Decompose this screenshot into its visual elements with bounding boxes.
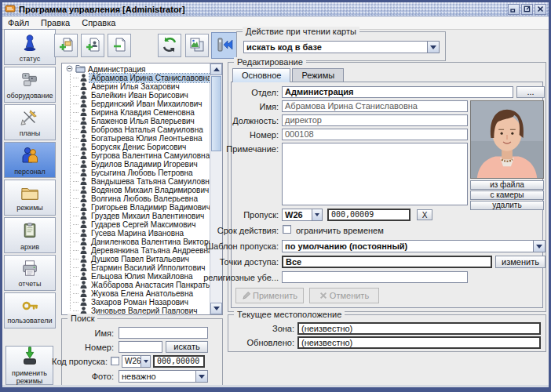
tree-person[interactable]: Ельцова Юлия Михайловна	[64, 272, 210, 281]
tree-person[interactable]: Бирина Клавдия Семеновна	[64, 108, 210, 117]
chevron-down-icon[interactable]	[312, 209, 322, 220]
chevron-down-icon[interactable]	[195, 371, 207, 382]
tree-person-label: Даниленкова Валентина Викторовна	[89, 238, 210, 246]
tab-0[interactable]: Основное	[232, 68, 290, 82]
sidebar-item-label: режимы	[16, 204, 43, 212]
scroll-down-icon[interactable]	[210, 303, 222, 314]
app-icon	[5, 4, 16, 15]
search-passtype-select[interactable]: W26	[122, 355, 151, 368]
tree-person-label: Егармин Василий Ипполитович	[89, 263, 207, 272]
search-button[interactable]: искать	[166, 341, 208, 353]
search-passcode-value[interactable]: 000,00000	[153, 355, 205, 368]
card-action-select[interactable]: искать код в базе	[243, 41, 440, 53]
sidebar-item-персонал[interactable]: персонал	[4, 142, 56, 178]
access-change-button[interactable]: изменить	[495, 256, 546, 268]
tree-root[interactable]: Администрация	[64, 65, 210, 74]
sidebar-item-архив[interactable]: архив	[4, 217, 56, 253]
position-field[interactable]: директор	[282, 114, 468, 126]
search-photo-select[interactable]: неважно	[119, 370, 208, 383]
tree-person[interactable]: Борусяк Денис Борисович	[64, 143, 210, 151]
sidebar-item-оборудование[interactable]: оборудование	[4, 67, 56, 103]
close-icon[interactable]	[535, 4, 546, 15]
search-name-input[interactable]	[119, 327, 208, 339]
dept-field[interactable]: Администрация	[282, 86, 513, 98]
tree-person[interactable]: Бугрова Валентина Самуиловна	[64, 151, 210, 160]
tree-person[interactable]: Душков Павел Витальевич	[64, 255, 210, 263]
export-button[interactable]	[185, 34, 209, 57]
tab-1[interactable]: Режимы	[292, 68, 344, 82]
tree-person[interactable]: Блаженов Илья Валерьевич	[64, 117, 210, 125]
tree-person[interactable]: Водянов Михаил Владимирович	[64, 186, 210, 194]
search-passcode-checkbox[interactable]	[111, 357, 119, 365]
window-footer	[2, 385, 549, 387]
validity-checkbox[interactable]	[283, 225, 291, 234]
religion-field[interactable]	[282, 271, 468, 283]
apply-modes-button[interactable]: применить режимы	[5, 346, 53, 385]
tree-person[interactable]: Гусева Марина Ивановна	[64, 229, 210, 238]
tree-person[interactable]: Жаббарова Анастасия Панкратьевна	[64, 281, 210, 289]
tree-person[interactable]: Григорьев Владимир Вадимович	[64, 203, 210, 212]
menu-2[interactable]: Справка	[82, 18, 115, 27]
chevron-down-icon[interactable]	[533, 241, 545, 252]
search-photo-value: неважно	[119, 371, 195, 382]
note-textarea[interactable]	[282, 143, 468, 205]
apply-button-label: Применить	[253, 291, 297, 300]
apply-button[interactable]: Применить	[235, 288, 304, 303]
sidebar-item-отчеты[interactable]: отчеты	[4, 255, 56, 291]
refresh-button[interactable]	[158, 34, 181, 57]
tree-person[interactable]: Балейкин Иван Борисович	[64, 91, 210, 100]
tree-person[interactable]: Бердинский Иван Михаилович	[64, 100, 210, 108]
tree-person[interactable]: Захаров Роман Назарович	[64, 298, 210, 307]
dept-label: Отдел:	[251, 88, 279, 97]
add-department-button[interactable]	[54, 34, 78, 57]
sidebar-item-режимы[interactable]: режимы	[4, 180, 56, 216]
scroll-up-icon[interactable]	[210, 64, 222, 75]
cancel-button[interactable]: Отменить	[309, 288, 379, 303]
chevron-down-icon[interactable]	[427, 42, 439, 53]
expand-handle-icon[interactable]	[66, 65, 73, 74]
tree-person[interactable]: Егармин Василий Ипполитович	[64, 263, 210, 272]
menu-0[interactable]: Файл	[8, 18, 29, 27]
sidebar-item-статус[interactable]: статус	[4, 29, 56, 65]
validity-label: Срок действия:	[217, 226, 279, 235]
chevron-down-icon[interactable]	[140, 356, 150, 367]
refresh-icon	[161, 36, 178, 55]
number-field[interactable]: 000108	[282, 129, 468, 140]
maximize-icon[interactable]	[521, 4, 533, 15]
scrollbar-thumb[interactable]	[211, 76, 221, 151]
menu-1[interactable]: Правка	[41, 18, 70, 27]
tree-person[interactable]: Будилов Владимир Игоревич	[64, 160, 210, 169]
pass-template-select[interactable]: по умолчанию (постоянный)	[282, 240, 546, 252]
tree-person[interactable]: Боброва Наталья Самуиловна	[64, 125, 210, 134]
dept-browse-button[interactable]: ...	[516, 86, 545, 98]
tree-person[interactable]: Богатырева Юлия Леонтьевна	[64, 134, 210, 143]
card-read-button[interactable]	[211, 32, 237, 59]
tree-person[interactable]: Аверин Илья Захарович	[64, 82, 210, 91]
name-field[interactable]: Абрамова Ирина Станиславовна	[282, 100, 468, 112]
add-person-button[interactable]	[81, 34, 104, 57]
search-number-input[interactable]	[119, 341, 162, 353]
minimize-icon[interactable]	[508, 4, 520, 15]
sidebar-item-пользователи[interactable]: пользователи	[4, 292, 56, 328]
tree-person[interactable]: Деревянкина Татьяна Андреевна	[64, 246, 210, 255]
pass-code-field[interactable]: 000,00009	[327, 209, 411, 221]
remove-button[interactable]	[108, 34, 131, 57]
pass-clear-button[interactable]: X	[417, 209, 432, 220]
tree-person[interactable]: Волгина Любовь Валерьевна	[64, 194, 210, 203]
location-group: Текущее местоположение Зона: (неизвестно…	[228, 314, 546, 352]
tree-person[interactable]: Гударев Сергей Максимович	[64, 220, 210, 229]
photo-from-file-button[interactable]: из файла	[470, 180, 544, 190]
access-field[interactable]: Все	[282, 256, 492, 268]
pass-type-select[interactable]: W26	[282, 209, 323, 221]
photo-from-camera-button[interactable]: с камеры	[470, 191, 544, 200]
tree-person[interactable]: Бусыгина Любовь Петровна	[64, 169, 210, 177]
tree-person[interactable]: Абрамова Ирина Станиславовна	[64, 74, 210, 82]
tree-person-label: Волгина Любовь Валерьевна	[89, 194, 199, 203]
tree-person[interactable]: Вандышева Татьяна Самуиловна	[64, 177, 210, 186]
photo-delete-button[interactable]: удалить	[470, 201, 544, 210]
sidebar-item-планы[interactable]: планы	[4, 104, 56, 140]
tree-person[interactable]: Даниленкова Валентина Викторовна	[64, 238, 210, 246]
tree-person[interactable]: Груздев Михаил Валентинович	[64, 212, 210, 220]
tree-person[interactable]: Жукова Елена Анатольевна	[64, 289, 210, 298]
window-title: Программа управления [Administrator]	[19, 5, 185, 14]
